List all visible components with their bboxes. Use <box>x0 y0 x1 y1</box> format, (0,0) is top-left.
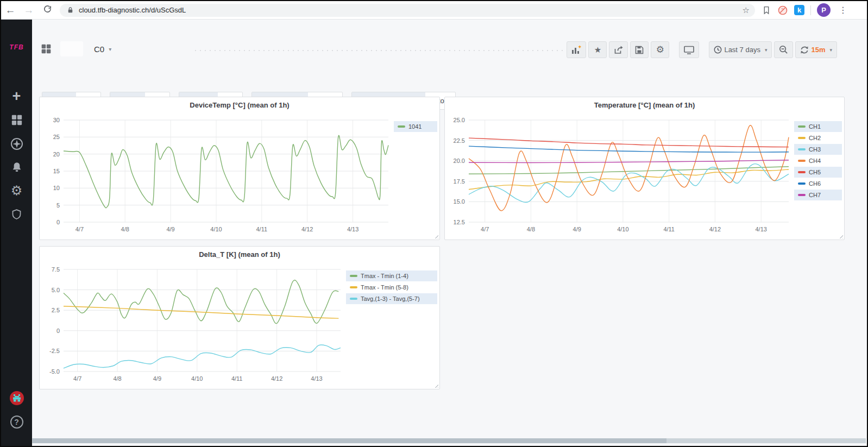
legend-item-ch3[interactable]: CH3 <box>794 144 842 155</box>
svg-text:-2.5: -2.5 <box>49 348 60 354</box>
svg-text:4/12: 4/12 <box>301 226 313 232</box>
blocked-extension-icon[interactable] <box>777 5 788 16</box>
svg-text:4/7: 4/7 <box>73 375 81 382</box>
legend-item-ch6[interactable]: CH6 <box>794 178 842 189</box>
legend-series-label: CH6 <box>809 180 821 187</box>
legend-series-label: CH7 <box>809 192 821 198</box>
chevron-down-icon: ▾ <box>765 47 768 53</box>
zoom-out-icon <box>779 45 788 54</box>
scrollbar-thumb[interactable] <box>33 438 666 443</box>
gear-icon: ⚙ <box>656 44 664 55</box>
time-range-picker[interactable]: Last 7 days ▾ <box>709 41 772 58</box>
dashboard-navbar: C0 ▾ ★ ⚙ Last 7 days ▾ <box>32 20 867 65</box>
legend-series-label: 1041 <box>408 123 422 130</box>
panel-title[interactable]: DeviceTemp [°C] (mean of 1h) <box>40 101 439 109</box>
share-dashboard-button[interactable] <box>609 41 628 58</box>
dashboard-grid-icon[interactable] <box>41 43 52 54</box>
dashboard-toolbar: ★ ⚙ Last 7 days ▾ 15m <box>564 41 837 58</box>
svg-text:7.5: 7.5 <box>52 266 60 273</box>
help-button[interactable]: ? <box>1 412 32 432</box>
dashboard-title[interactable]: C0 <box>94 45 104 54</box>
url-text: cloud.tfb-diagnostic.ch/d/uScGsdL <box>79 6 743 14</box>
sidebar-item-server-admin[interactable] <box>1 204 32 224</box>
svg-text:2.5: 2.5 <box>52 307 60 313</box>
svg-text:4/10: 4/10 <box>210 226 222 232</box>
sidebar-item-explore[interactable] <box>1 134 32 154</box>
svg-text:22.5: 22.5 <box>454 137 465 144</box>
browser-menu-button[interactable]: ⋮ <box>836 5 850 15</box>
legend-item-ch1[interactable]: CH1 <box>794 121 842 132</box>
legend-series-label: CH4 <box>809 158 821 164</box>
star-icon: ★ <box>594 45 601 55</box>
svg-text:4/9: 4/9 <box>573 226 581 232</box>
help-icon: ? <box>10 415 23 429</box>
chart-plot[interactable]: -5.0-2.502.55.07.54/74/84/94/104/114/124… <box>42 262 346 387</box>
chevron-down-icon[interactable]: ▾ <box>109 46 111 52</box>
legend-item-tmax-tmin-5-8-[interactable]: Tmax - Tmin (5-8) <box>346 282 437 293</box>
refresh-picker[interactable]: 15m ▾ <box>795 41 837 58</box>
dashboard-settings-button[interactable]: ⚙ <box>651 41 669 58</box>
legend-item-ch2[interactable]: CH2 <box>794 133 842 143</box>
svg-text:15: 15 <box>53 168 60 174</box>
bookmark-star-icon[interactable]: ☆ <box>743 5 750 15</box>
legend-series-label: CH3 <box>809 146 821 153</box>
legend-item-tmax-tmin-1-4-[interactable]: Tmax - Tmin (1-4) <box>346 270 437 281</box>
legend-item-1041[interactable]: 1041 <box>394 121 437 132</box>
address-bar[interactable]: cloud.tfb-diagnostic.ch/d/uScGsdL ☆ <box>60 4 755 17</box>
sidebar-item-configuration[interactable]: ⚙ <box>1 180 32 201</box>
profile-avatar[interactable]: P <box>817 3 831 17</box>
reload-icon <box>43 4 52 14</box>
legend-item-ch7[interactable]: CH7 <box>794 190 842 200</box>
legend-series-label: Tmax - Tmin (5-8) <box>361 284 408 291</box>
sidebar-item-create[interactable]: + <box>1 86 32 106</box>
star-dashboard-button[interactable]: ★ <box>588 41 607 58</box>
reload-button[interactable] <box>38 4 56 16</box>
legend-item-ch4[interactable]: CH4 <box>794 155 842 166</box>
shield-icon <box>11 209 22 220</box>
gear-icon: ⚙ <box>11 183 23 198</box>
svg-text:4/8: 4/8 <box>121 226 129 232</box>
user-avatar[interactable] <box>1 388 32 408</box>
legend-series-color <box>798 148 806 150</box>
svg-text:4/9: 4/9 <box>153 375 161 382</box>
bookmarks-flag-icon[interactable] <box>762 5 771 15</box>
svg-text:5.0: 5.0 <box>52 287 60 293</box>
svg-text:20.0: 20.0 <box>454 158 465 164</box>
chart-legend: CH1CH2CH3CH4CH5CH6CH7 <box>794 112 842 237</box>
chevron-down-icon: ▾ <box>829 47 832 53</box>
svg-text:4/12: 4/12 <box>709 226 721 232</box>
svg-text:4/10: 4/10 <box>191 375 203 382</box>
tfb-logo[interactable]: TFB <box>1 43 32 51</box>
chart-plot[interactable]: 0510152025304/74/84/94/104/114/124/13 <box>42 112 394 237</box>
panel-title[interactable]: Temperature [°C] (mean of 1h) <box>445 101 844 109</box>
panel-delta-t: Delta_T [K] (mean of 1h) -5.0-2.502.55.0… <box>39 246 440 389</box>
svg-text:17.5: 17.5 <box>454 178 465 185</box>
share-icon <box>614 46 623 54</box>
browser-extensions-area: k P ⋮ <box>762 3 850 17</box>
back-button[interactable]: ← <box>1 4 20 16</box>
cycle-view-button[interactable] <box>679 41 699 58</box>
sidebar-item-alerting[interactable] <box>1 157 32 178</box>
chart-plot[interactable]: 12.515.017.520.022.525.04/74/84/94/104/1… <box>447 112 794 237</box>
panel-devicetemp: DeviceTemp [°C] (mean of 1h) 05101520253… <box>39 97 440 240</box>
k-extension-icon[interactable]: k <box>794 5 804 15</box>
bell-icon <box>11 161 23 173</box>
zoom-out-button[interactable] <box>774 41 793 58</box>
svg-text:4/8: 4/8 <box>113 375 121 382</box>
horizontal-scrollbar[interactable] <box>32 438 866 443</box>
panel-title[interactable]: Delta_T [K] (mean of 1h) <box>40 250 439 259</box>
add-panel-button[interactable] <box>567 41 586 58</box>
invader-avatar-icon <box>9 391 24 406</box>
svg-text:4/7: 4/7 <box>481 226 489 232</box>
legend-series-color <box>798 137 806 139</box>
sidebar-item-dashboards[interactable] <box>1 110 32 130</box>
compass-icon <box>10 137 23 150</box>
chart-legend: Tmax - Tmin (1-4)Tmax - Tmin (5-8)Tavg,(… <box>346 262 437 387</box>
dashboards-grid-icon <box>11 114 23 126</box>
legend-item-ch5[interactable]: CH5 <box>794 167 842 178</box>
panel-temperature: Temperature [°C] (mean of 1h) 12.515.017… <box>444 97 845 240</box>
save-dashboard-button[interactable] <box>630 41 649 58</box>
org-logo <box>60 41 83 56</box>
legend-item-tavg-1-3-tavg-5-7-[interactable]: Tavg,(1-3) - Tavg,(5-7) <box>346 293 437 304</box>
forward-button[interactable]: → <box>20 4 38 16</box>
